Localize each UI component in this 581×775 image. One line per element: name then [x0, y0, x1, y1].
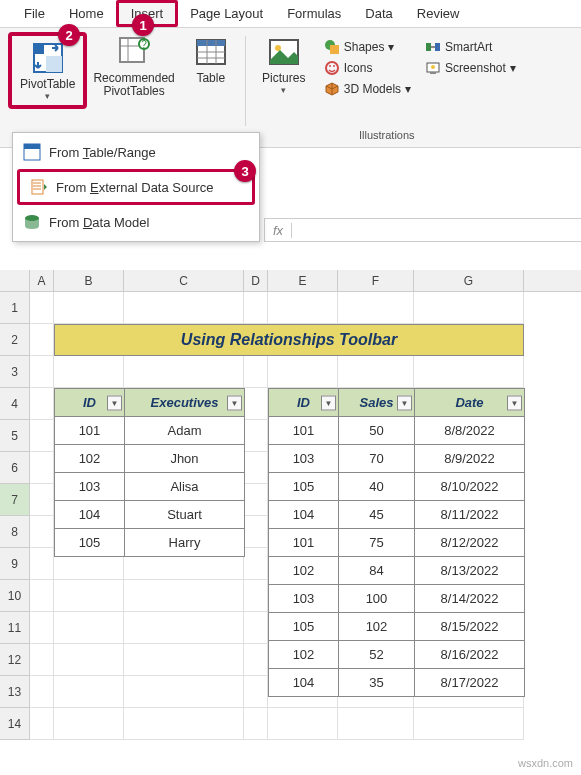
- table-cell[interactable]: 102: [269, 557, 339, 585]
- table-cell[interactable]: 101: [269, 529, 339, 557]
- table-cell[interactable]: 8/9/2022: [415, 445, 525, 473]
- col-header[interactable]: A: [30, 270, 54, 291]
- table-cell[interactable]: 103: [269, 445, 339, 473]
- cell[interactable]: [244, 580, 268, 612]
- cell[interactable]: [30, 612, 54, 644]
- cell[interactable]: [54, 292, 124, 324]
- table-cell[interactable]: 8/17/2022: [415, 669, 525, 697]
- table-cell[interactable]: 104: [55, 501, 125, 529]
- cell[interactable]: [244, 356, 268, 388]
- cell[interactable]: [54, 708, 124, 740]
- cell[interactable]: [244, 452, 268, 484]
- row-header[interactable]: 7: [0, 484, 30, 516]
- cell[interactable]: [124, 676, 244, 708]
- table-cell[interactable]: 52: [339, 641, 415, 669]
- col-header[interactable]: B: [54, 270, 124, 291]
- filter-dropdown-icon[interactable]: ▼: [227, 395, 242, 410]
- table-cell[interactable]: 35: [339, 669, 415, 697]
- cell[interactable]: [30, 516, 54, 548]
- row-header[interactable]: 1: [0, 292, 30, 324]
- icons-button[interactable]: Icons: [320, 59, 377, 77]
- from-table-range[interactable]: From Table/Range: [13, 137, 259, 167]
- tab-data[interactable]: Data: [353, 0, 404, 27]
- table-cell[interactable]: 101: [269, 417, 339, 445]
- cell[interactable]: [268, 708, 338, 740]
- tab-home[interactable]: Home: [57, 0, 116, 27]
- row-header[interactable]: 4: [0, 388, 30, 420]
- pictures-button[interactable]: Pictures ▾: [254, 32, 314, 99]
- cell[interactable]: [30, 484, 54, 516]
- cell[interactable]: [244, 644, 268, 676]
- table-cell[interactable]: 104: [269, 501, 339, 529]
- cell[interactable]: [244, 676, 268, 708]
- select-all-corner[interactable]: [0, 270, 30, 291]
- cell[interactable]: [244, 612, 268, 644]
- cell[interactable]: [30, 548, 54, 580]
- tab-file[interactable]: File: [12, 0, 57, 27]
- cell[interactable]: [30, 452, 54, 484]
- screenshot-button[interactable]: Screenshot ▾: [421, 59, 520, 77]
- tab-page-layout[interactable]: Page Layout: [178, 0, 275, 27]
- cell[interactable]: [124, 612, 244, 644]
- table-button[interactable]: Table: [181, 32, 241, 89]
- cell[interactable]: [244, 388, 268, 420]
- row-header[interactable]: 14: [0, 708, 30, 740]
- worksheet[interactable]: A B C D E F G 1234567891011121314 Using …: [0, 270, 581, 775]
- cell[interactable]: [54, 676, 124, 708]
- table-cell[interactable]: 105: [269, 473, 339, 501]
- row-header[interactable]: 2: [0, 324, 30, 356]
- table-cell[interactable]: 8/12/2022: [415, 529, 525, 557]
- cell[interactable]: [414, 292, 524, 324]
- table-cell[interactable]: 103: [55, 473, 125, 501]
- cell[interactable]: [338, 292, 414, 324]
- cell[interactable]: [124, 644, 244, 676]
- table-cell[interactable]: 102: [339, 613, 415, 641]
- cell[interactable]: [54, 580, 124, 612]
- smartart-button[interactable]: SmartArt: [421, 38, 496, 56]
- table-cell[interactable]: 50: [339, 417, 415, 445]
- cell[interactable]: [124, 356, 244, 388]
- cell[interactable]: [244, 420, 268, 452]
- cell[interactable]: [54, 612, 124, 644]
- table-cell[interactable]: 102: [269, 641, 339, 669]
- table-cell[interactable]: 84: [339, 557, 415, 585]
- table-cell[interactable]: 105: [269, 613, 339, 641]
- cell[interactable]: [244, 708, 268, 740]
- table-cell[interactable]: Harry: [125, 529, 245, 557]
- cell[interactable]: [124, 708, 244, 740]
- cell[interactable]: [244, 484, 268, 516]
- col-header[interactable]: C: [124, 270, 244, 291]
- col-header[interactable]: D: [244, 270, 268, 291]
- from-external-data-source[interactable]: From External Data Source: [17, 169, 255, 205]
- filter-dropdown-icon[interactable]: ▼: [321, 395, 336, 410]
- cell[interactable]: [268, 356, 338, 388]
- row-header[interactable]: 9: [0, 548, 30, 580]
- cell[interactable]: [338, 356, 414, 388]
- row-header[interactable]: 3: [0, 356, 30, 388]
- formula-input[interactable]: [292, 223, 581, 238]
- cell[interactable]: [244, 516, 268, 548]
- table-cell[interactable]: Stuart: [125, 501, 245, 529]
- table-cell[interactable]: 8/11/2022: [415, 501, 525, 529]
- table-cell[interactable]: 8/14/2022: [415, 585, 525, 613]
- cell[interactable]: [30, 388, 54, 420]
- recommended-pivottables-button[interactable]: ? Recommended PivotTables: [87, 32, 180, 102]
- table-cell[interactable]: 40: [339, 473, 415, 501]
- tab-formulas[interactable]: Formulas: [275, 0, 353, 27]
- col-header[interactable]: E: [268, 270, 338, 291]
- col-header[interactable]: F: [338, 270, 414, 291]
- row-header[interactable]: 11: [0, 612, 30, 644]
- table-cell[interactable]: 103: [269, 585, 339, 613]
- row-header[interactable]: 8: [0, 516, 30, 548]
- cell[interactable]: [244, 292, 268, 324]
- pivottable-button[interactable]: PivotTable ▾: [14, 38, 81, 105]
- table-cell[interactable]: 104: [269, 669, 339, 697]
- row-header[interactable]: 5: [0, 420, 30, 452]
- cell[interactable]: [30, 644, 54, 676]
- cell[interactable]: [54, 356, 124, 388]
- cell[interactable]: [30, 708, 54, 740]
- table-cell[interactable]: Jhon: [125, 445, 245, 473]
- filter-dropdown-icon[interactable]: ▼: [107, 395, 122, 410]
- row-header[interactable]: 10: [0, 580, 30, 612]
- cell[interactable]: [124, 292, 244, 324]
